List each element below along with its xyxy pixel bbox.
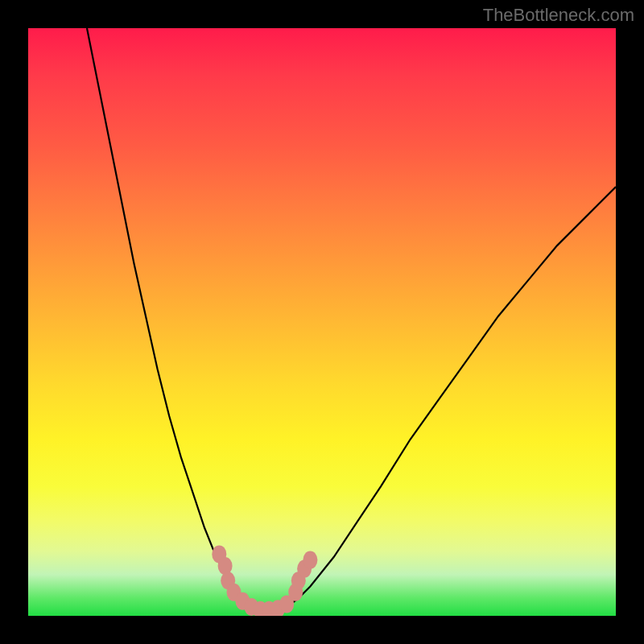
chart-svg-layer — [28, 28, 616, 616]
marker-point — [303, 551, 317, 569]
chart-plot-area — [28, 28, 616, 616]
marker-series — [212, 545, 317, 616]
chart-frame — [0, 0, 644, 644]
bottleneck-curve — [87, 28, 616, 614]
watermark-text: TheBottleneck.com — [483, 5, 634, 26]
marker-point — [218, 557, 233, 575]
